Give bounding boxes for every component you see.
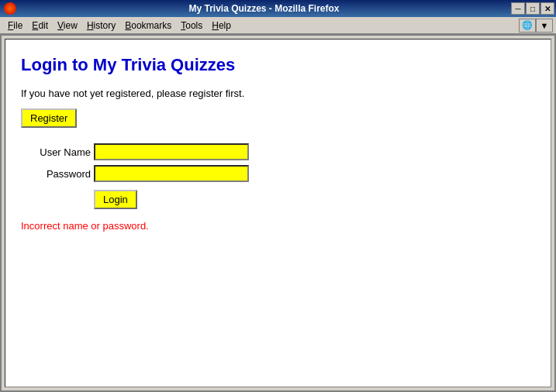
menu-file[interactable]: File <box>3 19 27 33</box>
menu-view[interactable]: View <box>53 19 82 33</box>
username-label: User Name <box>21 146 91 158</box>
menu-history[interactable]: History <box>82 19 120 33</box>
login-form: User Name Password Login <box>21 143 535 209</box>
password-input[interactable] <box>94 165 249 182</box>
menu-bar: File Edit View History Bookmarks Tools H… <box>0 17 556 34</box>
window-title: My Trivia Quizzes - Mozilla Firefox <box>17 3 511 14</box>
login-button-wrapper: Login <box>21 187 535 209</box>
password-row: Password <box>21 165 535 182</box>
firefox-icon <box>3 2 17 15</box>
nav-controls: 🌐 ▼ <box>519 19 553 33</box>
register-button[interactable]: Register <box>21 108 77 128</box>
page-content: Login to My Trivia Quizzes If you have n… <box>5 39 551 387</box>
maximize-button[interactable]: □ <box>526 2 540 15</box>
nav-globe-button[interactable]: 🌐 <box>519 19 536 33</box>
close-button[interactable]: ✕ <box>540 2 554 15</box>
menu-bookmarks[interactable]: Bookmarks <box>120 19 176 33</box>
window-controls: ─ □ ✕ <box>511 2 554 15</box>
title-bar: My Trivia Quizzes - Mozilla Firefox ─ □ … <box>0 0 556 17</box>
password-label: Password <box>21 168 91 180</box>
username-row: User Name <box>21 143 535 160</box>
menu-edit[interactable]: Edit <box>27 19 53 33</box>
menu-help[interactable]: Help <box>207 19 236 33</box>
register-button-wrapper: Register <box>21 108 535 143</box>
minimize-button[interactable]: ─ <box>511 2 525 15</box>
error-message: Incorrect name or password. <box>21 220 535 232</box>
register-prompt-text: If you have not yet registered, please r… <box>21 88 535 99</box>
browser-chrome: Login to My Trivia Quizzes If you have n… <box>0 34 556 392</box>
username-input[interactable] <box>94 143 249 160</box>
page-title: Login to My Trivia Quizzes <box>21 55 535 75</box>
login-button[interactable]: Login <box>94 190 137 209</box>
nav-dropdown-button[interactable]: ▼ <box>536 19 553 33</box>
menu-tools[interactable]: Tools <box>176 19 207 33</box>
